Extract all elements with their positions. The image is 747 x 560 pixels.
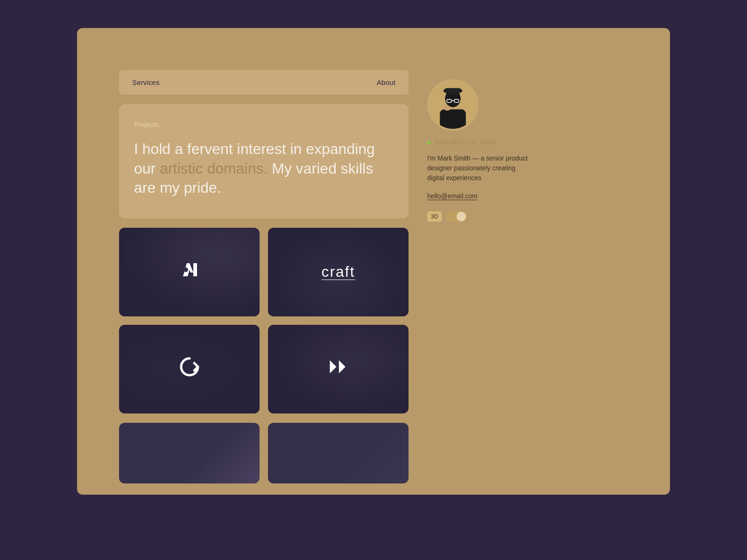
email-link[interactable]: hello@email.com bbox=[427, 192, 478, 200]
toggle-label: 3D bbox=[427, 211, 442, 222]
project-logo-db bbox=[328, 357, 349, 381]
svg-rect-5 bbox=[444, 88, 461, 93]
avatar-container bbox=[427, 79, 479, 131]
project-card-s[interactable] bbox=[119, 325, 260, 413]
available-dot bbox=[427, 141, 431, 145]
services-nav-link[interactable]: Services bbox=[132, 78, 160, 86]
project-card-partial-1[interactable] bbox=[119, 423, 260, 483]
project-logo-craft: craft bbox=[321, 263, 355, 280]
available-badge: AVAILABLE FOR WORK bbox=[427, 140, 496, 145]
svg-point-9 bbox=[444, 105, 451, 111]
available-text: AVAILABLE FOR WORK bbox=[435, 140, 496, 145]
hero-text-muted: artistic domains. bbox=[160, 160, 268, 177]
project-card-partial-2[interactable] bbox=[268, 423, 409, 483]
project-logo-s bbox=[179, 357, 200, 381]
sidebar: AVAILABLE FOR WORK I'm Mark Smith — a se… bbox=[427, 70, 530, 467]
toggle-3d[interactable] bbox=[446, 211, 467, 222]
svg-point-0 bbox=[183, 267, 188, 272]
bio-text: I'm Mark Smith — a senior product design… bbox=[427, 154, 530, 183]
main-content: Services About Projects. I hold a ferven… bbox=[119, 70, 409, 467]
hero-card: Projects. I hold a fervent interest in e… bbox=[119, 104, 409, 218]
projects-label: Projects. bbox=[134, 121, 394, 128]
toggle-container: 3D bbox=[427, 211, 467, 222]
project-logo-a bbox=[179, 259, 200, 284]
project-grid: craft bbox=[119, 228, 409, 413]
browser-window: Services About Projects. I hold a ferven… bbox=[77, 28, 670, 495]
hero-text: I hold a fervent interest in expanding o… bbox=[134, 140, 394, 198]
project-card-db[interactable] bbox=[268, 325, 409, 413]
svg-rect-3 bbox=[440, 109, 466, 129]
project-card-a[interactable] bbox=[119, 228, 260, 316]
partial-row bbox=[119, 423, 409, 483]
toggle-thumb bbox=[457, 212, 466, 221]
about-nav-link[interactable]: About bbox=[377, 78, 395, 86]
nav-bar: Services About bbox=[119, 70, 409, 95]
project-card-craft[interactable]: craft bbox=[268, 228, 409, 316]
